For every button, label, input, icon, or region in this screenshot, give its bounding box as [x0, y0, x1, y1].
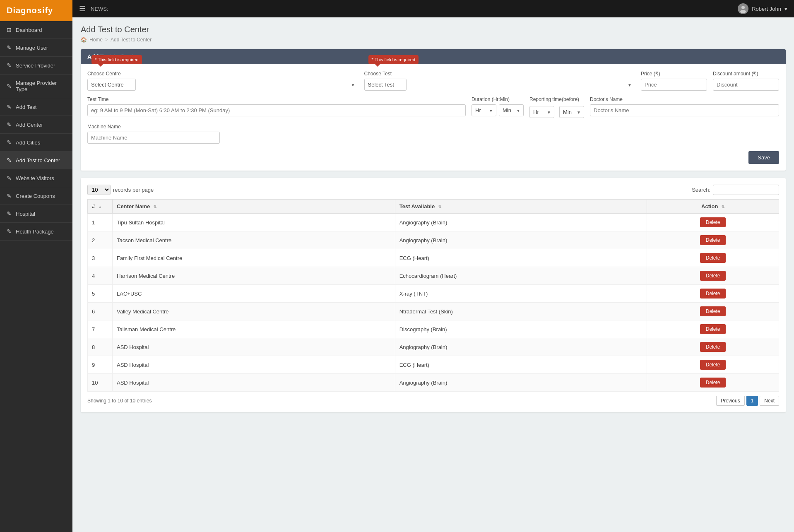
cell-action: Delete — [647, 214, 779, 231]
table-footer: Showing 1 to 10 of 10 entries Previous 1… — [87, 396, 779, 406]
centre-dropdown-arrow: ▼ — [351, 82, 355, 87]
choose-test-label: Choose Test — [364, 71, 635, 77]
cell-center: Tacson Medical Centre — [113, 231, 395, 249]
choose-test-select-wrapper: Select Test ▼ — [364, 79, 635, 91]
col-header-hash[interactable]: # ▲ — [88, 200, 113, 214]
table-header-row: # ▲ Center Name ⇅ Test Available ⇅ — [88, 200, 779, 214]
sidebar: Diagnosify ⊞ Dashboard ✎ Manage User ✎ S… — [0, 0, 72, 532]
sidebar-item-label: Hospital — [16, 211, 35, 217]
pagination-prev[interactable]: Previous — [716, 396, 745, 406]
discount-input[interactable] — [713, 79, 779, 91]
price-label: Price (₹) — [641, 71, 707, 77]
cell-num: 5 — [88, 285, 113, 303]
pagination-page-1[interactable]: 1 — [746, 396, 758, 406]
pagination-next[interactable]: Next — [760, 396, 779, 406]
machine-name-group: Machine Name — [87, 124, 220, 144]
reporting-hr-select[interactable]: Hr123 — [529, 106, 554, 118]
delete-button[interactable]: Delete — [700, 342, 726, 352]
sidebar-item-website-visitors[interactable]: ✎ Website Visitors — [0, 169, 72, 187]
cell-center: LAC+USC — [113, 285, 395, 303]
user-name: Robert John — [752, 6, 781, 12]
cell-action: Delete — [647, 303, 779, 320]
duration-hr-wrapper: Hr123 ▼ — [472, 104, 496, 116]
delete-button[interactable]: Delete — [700, 253, 726, 263]
delete-button[interactable]: Delete — [700, 289, 726, 298]
search-box: Search: — [692, 185, 779, 195]
cell-action: Delete — [647, 267, 779, 285]
delete-button[interactable]: Delete — [700, 217, 726, 227]
svg-point-1 — [740, 10, 746, 13]
cell-center: ASD Hospital — [113, 338, 395, 356]
table-row: 5 LAC+USC X-ray (TNT) Delete — [88, 285, 779, 303]
save-button[interactable]: Save — [748, 151, 779, 164]
table-row: 1 Tipu Sultan Hospital Angiography (Brai… — [88, 214, 779, 231]
reporting-time-row: Hr123 ▼ Min00153045 ▼ — [529, 104, 584, 118]
sidebar-item-label: Add Test — [16, 104, 36, 110]
duration-min-select[interactable]: Min00153045 — [499, 104, 524, 116]
sidebar-item-add-center[interactable]: ✎ Add Center — [0, 116, 72, 134]
sidebar-item-label: Website Visitors — [16, 175, 54, 181]
table-card-body: 102550100 records per page Search: — [81, 178, 786, 412]
choose-test-select[interactable]: Select Test — [364, 79, 407, 91]
col-header-center-name[interactable]: Center Name ⇅ — [113, 200, 395, 214]
choose-centre-label: Choose Centre — [87, 71, 359, 77]
sidebar-item-add-cities[interactable]: ✎ Add Cities — [0, 134, 72, 152]
cell-test: X-ray (TNT) — [395, 285, 647, 303]
delete-button[interactable]: Delete — [700, 378, 726, 388]
website-visitors-icon: ✎ — [7, 175, 12, 181]
delete-button[interactable]: Delete — [700, 360, 726, 370]
sidebar-item-add-test[interactable]: ✎ Add Test — [0, 98, 72, 116]
form-card: Add Test to Center Choose Centre Select … — [81, 49, 786, 171]
cell-test: Angiography (Brain) — [395, 214, 647, 231]
add-test-to-center-icon: ✎ — [7, 157, 12, 164]
sidebar-item-add-test-to-center[interactable]: ✎ Add Test to Center — [0, 152, 72, 169]
sidebar-item-label: Service Provider — [16, 63, 55, 69]
delete-button[interactable]: Delete — [700, 235, 726, 245]
sidebar-item-label: Health Package — [16, 229, 54, 235]
cell-num: 7 — [88, 320, 113, 338]
sidebar-item-service-provider[interactable]: ✎ Service Provider — [0, 57, 72, 75]
records-per-page-select[interactable]: 102550100 — [87, 185, 111, 195]
duration-hr-select[interactable]: Hr123 — [472, 104, 496, 116]
test-dropdown-arrow: ▼ — [628, 82, 632, 87]
sidebar-item-hospital[interactable]: ✎ Hospital — [0, 205, 72, 223]
delete-button[interactable]: Delete — [700, 324, 726, 334]
breadcrumb-home-link[interactable]: Home — [89, 37, 103, 43]
cell-test: Echocardiogram (Heart) — [395, 267, 647, 285]
hospital-icon: ✎ — [7, 210, 12, 217]
col-header-test-available[interactable]: Test Available ⇅ — [395, 200, 647, 214]
reporting-min-select[interactable]: Min00153045 — [559, 106, 584, 118]
doctors-name-input[interactable] — [590, 104, 779, 116]
sidebar-item-label: Dashboard — [16, 27, 42, 33]
duration-label: Duration (Hr:Min) — [472, 96, 524, 102]
sidebar-item-create-coupons[interactable]: ✎ Create Coupons — [0, 187, 72, 205]
search-input[interactable] — [713, 185, 779, 195]
form-row-1: Choose Centre Select Centre ▼ * This fie… — [87, 71, 779, 91]
table-body: 1 Tipu Sultan Hospital Angiography (Brai… — [88, 214, 779, 392]
sidebar-item-label: Manage Provider Type — [16, 80, 66, 92]
cell-action: Delete — [647, 374, 779, 392]
delete-button[interactable]: Delete — [700, 306, 726, 316]
cell-num: 9 — [88, 356, 113, 374]
cell-action: Delete — [647, 356, 779, 374]
app-logo: Diagnosify — [0, 0, 72, 21]
user-menu[interactable]: Robert John ▾ — [738, 3, 787, 14]
sidebar-item-manage-user[interactable]: ✎ Manage User — [0, 39, 72, 57]
sidebar-item-dashboard[interactable]: ⊞ Dashboard — [0, 21, 72, 39]
cell-num: 6 — [88, 303, 113, 320]
cell-test: Angiography (Brain) — [395, 231, 647, 249]
sidebar-item-manage-provider-type[interactable]: ✎ Manage Provider Type — [0, 75, 72, 98]
test-time-input[interactable] — [87, 104, 466, 116]
sidebar-item-health-package[interactable]: ✎ Health Package — [0, 223, 72, 241]
menu-toggle-button[interactable]: ☰ — [79, 4, 86, 13]
price-input[interactable] — [641, 79, 707, 91]
col-header-action[interactable]: Action ⇅ — [647, 200, 779, 214]
main-area: ☰ NEWS: Robert John ▾ Add Test to Center… — [72, 0, 794, 532]
choose-centre-select[interactable]: Select Centre — [87, 79, 136, 91]
delete-button[interactable]: Delete — [700, 271, 726, 281]
cell-center: Harrison Medical Centre — [113, 267, 395, 285]
manage-provider-type-icon: ✎ — [7, 83, 12, 89]
page-content: Add Test to Center 🏠 Home > Add Test to … — [72, 17, 794, 532]
machine-name-input[interactable] — [87, 132, 220, 144]
sidebar-item-label: Add Cities — [16, 140, 40, 146]
